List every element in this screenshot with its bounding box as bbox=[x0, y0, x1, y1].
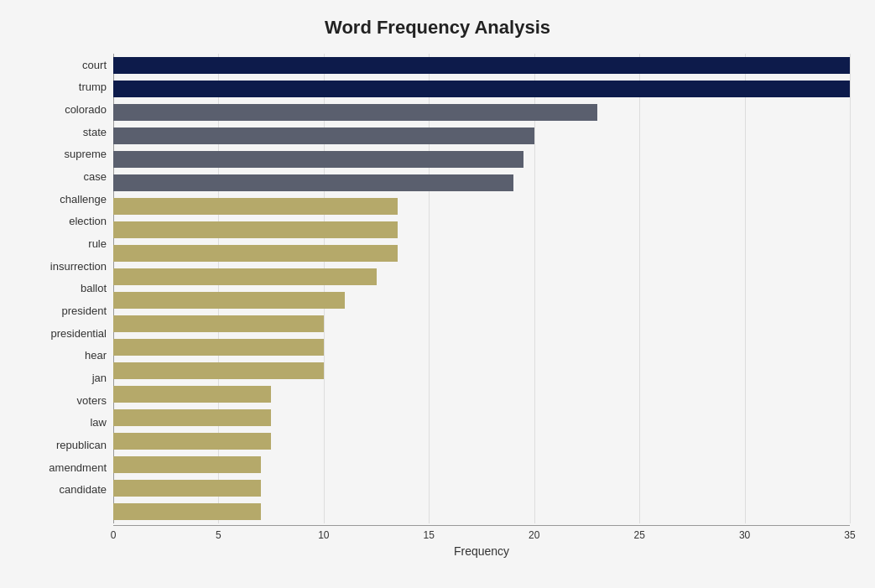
bar bbox=[113, 127, 534, 144]
x-tick: 30 bbox=[739, 529, 750, 541]
bar bbox=[113, 57, 850, 74]
x-tick: 25 bbox=[633, 529, 644, 541]
bar bbox=[113, 104, 597, 121]
y-label: supreme bbox=[64, 143, 107, 166]
y-label: case bbox=[84, 165, 107, 188]
y-label: candidate bbox=[60, 478, 107, 501]
bar-row bbox=[113, 124, 850, 148]
bar-row bbox=[113, 453, 850, 476]
y-label: republican bbox=[56, 434, 107, 456]
grid-line bbox=[850, 54, 851, 523]
bar bbox=[113, 221, 398, 238]
plot-area: Frequency 05101520253035 bbox=[113, 54, 850, 524]
x-tick: 10 bbox=[318, 529, 329, 541]
x-axis: Frequency 05101520253035 bbox=[113, 525, 850, 526]
y-label: jan bbox=[92, 367, 107, 389]
x-tick: 35 bbox=[844, 529, 855, 541]
y-label: state bbox=[83, 121, 107, 143]
bar-row bbox=[113, 101, 850, 124]
bar bbox=[113, 503, 261, 520]
y-label: voters bbox=[77, 389, 107, 412]
y-axis: courttrumpcoloradostatesupremecasechalle… bbox=[25, 54, 113, 524]
chart-title: Word Frequency Analysis bbox=[25, 17, 850, 39]
bar bbox=[113, 433, 271, 450]
bar-row bbox=[113, 476, 850, 500]
bar bbox=[113, 339, 324, 356]
y-label: ballot bbox=[81, 278, 107, 300]
y-label: rule bbox=[88, 232, 107, 255]
chart-area: courttrumpcoloradostatesupremecasechalle… bbox=[25, 54, 850, 524]
bar-row bbox=[113, 312, 850, 336]
bar-row bbox=[113, 406, 850, 429]
bar-row bbox=[113, 54, 850, 77]
bar bbox=[113, 268, 377, 285]
bar-row bbox=[113, 148, 850, 171]
bar bbox=[113, 456, 261, 473]
y-label: amendment bbox=[49, 456, 107, 479]
bar bbox=[113, 198, 398, 215]
bar-row bbox=[113, 195, 850, 218]
bar-row bbox=[113, 289, 850, 312]
bar-row bbox=[113, 500, 850, 523]
bar bbox=[113, 151, 523, 168]
y-label: president bbox=[62, 299, 107, 322]
bar bbox=[113, 292, 345, 309]
bar-row bbox=[113, 429, 850, 453]
bar-row bbox=[113, 171, 850, 195]
bar-row bbox=[113, 359, 850, 382]
bar bbox=[113, 409, 271, 426]
bar-row bbox=[113, 218, 850, 242]
y-label: insurrection bbox=[50, 255, 107, 278]
x-tick: 20 bbox=[529, 529, 539, 541]
y-label: hear bbox=[85, 345, 107, 367]
x-tick: 15 bbox=[424, 529, 435, 541]
bar bbox=[113, 362, 324, 379]
y-label: court bbox=[82, 54, 107, 76]
chart-container: Word Frequency Analysis courttrumpcolora… bbox=[0, 0, 875, 588]
y-label: presidential bbox=[51, 322, 107, 345]
y-label: trump bbox=[79, 76, 107, 99]
bar bbox=[113, 386, 271, 403]
y-label: colorado bbox=[65, 98, 107, 121]
bar-row bbox=[113, 265, 850, 289]
y-label: law bbox=[90, 412, 107, 434]
bar bbox=[113, 480, 261, 497]
bars-section bbox=[113, 54, 850, 523]
bar-row bbox=[113, 77, 850, 101]
bar-row bbox=[113, 242, 850, 265]
bar bbox=[113, 315, 324, 332]
bar bbox=[113, 174, 513, 191]
bar bbox=[113, 245, 398, 262]
x-tick: 5 bbox=[216, 529, 221, 541]
x-axis-label: Frequency bbox=[454, 544, 509, 558]
y-label: election bbox=[69, 211, 107, 233]
y-label: challenge bbox=[60, 188, 107, 211]
bar-row bbox=[113, 336, 850, 359]
bar-row bbox=[113, 382, 850, 406]
x-tick: 0 bbox=[111, 529, 117, 541]
bar bbox=[113, 81, 850, 97]
